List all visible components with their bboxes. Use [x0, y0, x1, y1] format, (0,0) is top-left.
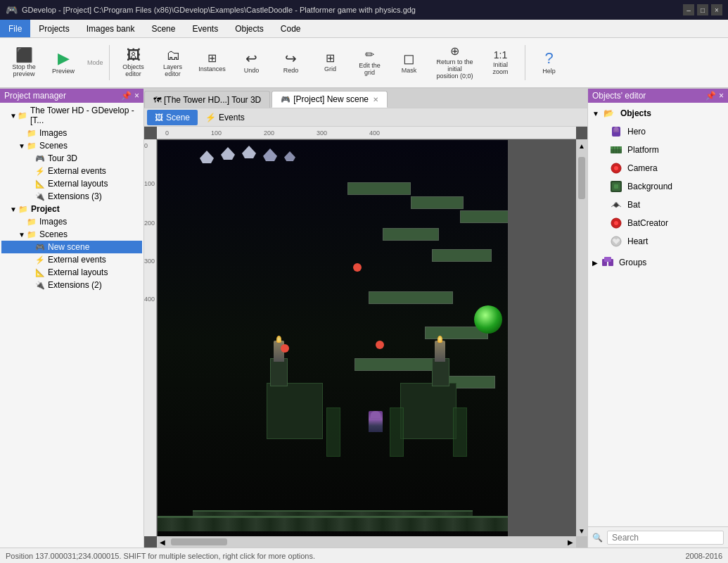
- tree-tour3d[interactable]: 🎮 Tour 3D: [1, 152, 142, 165]
- obj-batcreator[interactable]: BatCreator: [589, 214, 727, 232]
- maximize-button[interactable]: □: [697, 4, 708, 15]
- objects-folder-icon: 📂: [602, 106, 616, 120]
- project-tree: ▼ 📁 The Tower HD - GDevelop - [T... 📁 Im…: [0, 103, 143, 548]
- window-controls[interactable]: – □ ×: [683, 4, 722, 15]
- green-orb: [474, 305, 502, 334]
- bg-pillar-3: [453, 407, 467, 457]
- tree-project-ext-layouts[interactable]: 📐 External layouts: [1, 266, 142, 279]
- ruler-left: 0 100 200 300 400: [144, 139, 157, 536]
- expand-icon: ▼: [18, 231, 27, 239]
- redo-button[interactable]: ↪ Redo: [273, 42, 309, 84]
- objects-search-bar: 🔍: [588, 526, 728, 548]
- tree-tower-images[interactable]: 📁 Images: [1, 127, 142, 139]
- tab-close-icon[interactable]: ✕: [373, 96, 378, 103]
- tree-tower-hd[interactable]: ▼ 📁 The Tower HD - GDevelop - [T...: [1, 104, 142, 127]
- tree-project-images[interactable]: 📁 Images: [1, 215, 142, 228]
- v-scroll-thumb[interactable]: [578, 157, 585, 199]
- return-label: Return to the initialposition (0;0): [430, 58, 480, 80]
- main-layout: Project manager 📌 × ▼ 📁 The Tower HD - G…: [0, 89, 728, 548]
- tree-tower-hd-label: The Tower HD - GDevelop - [T...: [30, 106, 139, 125]
- obj-groups[interactable]: ▶ Groups: [589, 253, 727, 272]
- ruler-top: 0 100 200 300 400: [157, 127, 576, 139]
- edit-grid-button[interactable]: ✏ Edit thegrid: [352, 42, 388, 84]
- folder-icon: 📁: [18, 205, 28, 214]
- tree-tower-extensions-label: Extensions (3): [48, 191, 102, 201]
- floor-decoration: [193, 510, 473, 516]
- h-scroll-thumb[interactable]: [171, 538, 227, 545]
- obj-heart[interactable]: Heart: [589, 232, 727, 251]
- grid-button[interactable]: ⊞ Grid: [312, 42, 349, 84]
- tree-new-scene[interactable]: 🎮 New scene: [1, 241, 142, 253]
- initial-zoom-button[interactable]: 1:1 Initialzoom: [483, 42, 519, 84]
- instances-label: Instances: [198, 65, 226, 72]
- instances-button[interactable]: ⊞ Instances: [194, 42, 231, 84]
- game-canvas: [158, 140, 508, 545]
- edit-grid-label: Edit thegrid: [359, 62, 381, 76]
- tree-tower-ext-layouts[interactable]: 📐 External layouts: [1, 177, 142, 190]
- obj-bat[interactable]: Bat: [589, 196, 727, 214]
- svg-point-14: [615, 203, 616, 204]
- obj-root[interactable]: ▼ 📂 Objects: [589, 104, 727, 122]
- oe-close-icon[interactable]: ×: [719, 91, 724, 101]
- tree-project-extensions[interactable]: 🔌 Extensions (2): [1, 279, 142, 291]
- tab-new-scene[interactable]: 🎮 [Project] New scene ✕: [272, 91, 388, 108]
- pm-close-icon[interactable]: ×: [134, 91, 139, 101]
- oe-pin-icon[interactable]: 📌: [705, 91, 716, 101]
- objects-editor-button[interactable]: 🖼 Objectseditor: [115, 42, 152, 84]
- layouts-icon: 📐: [35, 268, 45, 277]
- v-scrollbar[interactable]: ▲ ▼: [576, 139, 587, 536]
- pm-pin-icon[interactable]: 📌: [121, 91, 132, 101]
- obj-groups-label: Groups: [619, 258, 646, 267]
- menu-file[interactable]: File: [0, 20, 30, 37]
- menu-scene[interactable]: Scene: [143, 20, 184, 37]
- close-button[interactable]: ×: [711, 4, 722, 15]
- menu-images-bank[interactable]: Images bank: [78, 20, 143, 37]
- objects-editor-header: Objects' editor 📌 ×: [588, 89, 728, 103]
- tree-tower-images-label: Images: [39, 128, 67, 138]
- layers-editor-button[interactable]: 🗂 Layerseditor: [155, 42, 191, 84]
- stop-preview-button[interactable]: ⬛ Stop thepreview: [6, 42, 42, 84]
- undo-button[interactable]: ↩ Undo: [234, 42, 270, 84]
- menu-events[interactable]: Events: [184, 20, 226, 37]
- h-scrollbar[interactable]: ◀ ▶: [157, 536, 576, 548]
- decoration-bat-3: [242, 146, 256, 158]
- canvas-area[interactable]: 0 100 200 300 400 0 100 200 300 400: [144, 127, 587, 548]
- tree-project-scenes[interactable]: ▼ 📁 Scenes: [1, 228, 142, 241]
- h-scroll-right-button[interactable]: ▶: [568, 538, 573, 546]
- mask-button[interactable]: ◻ Mask: [391, 42, 428, 84]
- menu-objects[interactable]: Objects: [226, 20, 272, 37]
- preview-button[interactable]: ▶ Preview: [45, 42, 82, 84]
- decoration-bat-5: [284, 151, 295, 161]
- svg-point-15: [617, 203, 618, 204]
- stop-label: Stop thepreview: [12, 63, 36, 77]
- return-initial-button[interactable]: ⊕ Return to the initialposition (0;0): [430, 42, 480, 84]
- decoration-bat-1: [200, 151, 214, 163]
- minimize-button[interactable]: –: [683, 4, 694, 15]
- tab-scene[interactable]: 🖼 Scene: [147, 110, 198, 125]
- tree-project-ext-events[interactable]: ⚡ External events: [1, 253, 142, 266]
- decoration-bat-4: [263, 148, 277, 161]
- obj-platform[interactable]: Platform: [589, 141, 727, 159]
- tab-new-scene-label: [Project] New scene: [293, 94, 369, 104]
- h-scroll-left-button[interactable]: ◀: [160, 538, 165, 546]
- v-scroll-up-button[interactable]: ▲: [578, 142, 585, 150]
- menu-code[interactable]: Code: [272, 20, 309, 37]
- obj-hero[interactable]: Hero: [589, 122, 727, 141]
- floor-tiles: [158, 516, 508, 531]
- menu-projects[interactable]: Projects: [30, 20, 77, 37]
- tab-tower[interactable]: 🗺 [The Tower HD...] Tour 3D: [144, 91, 270, 108]
- search-input[interactable]: [607, 531, 724, 545]
- tree-tower-ext-events[interactable]: ⚡ External events: [1, 165, 142, 177]
- tree-tower-extensions[interactable]: 🔌 Extensions (3): [1, 190, 142, 203]
- obj-background[interactable]: Background: [589, 177, 727, 196]
- tree-tower-scenes[interactable]: ▼ 📁 Scenes: [1, 139, 142, 152]
- help-button[interactable]: ? Help: [531, 42, 568, 84]
- v-scroll-down-button[interactable]: ▼: [578, 527, 585, 535]
- layers-icon: 🗂: [166, 48, 180, 62]
- tab-events[interactable]: ⚡ Events: [198, 110, 253, 125]
- obj-root-label: Objects: [620, 108, 651, 118]
- redo-label: Redo: [283, 67, 299, 74]
- tree-project[interactable]: ▼ 📁 Project: [1, 203, 142, 215]
- obj-camera[interactable]: Camera: [589, 159, 727, 177]
- tree-tower-scenes-label: Scenes: [39, 141, 68, 151]
